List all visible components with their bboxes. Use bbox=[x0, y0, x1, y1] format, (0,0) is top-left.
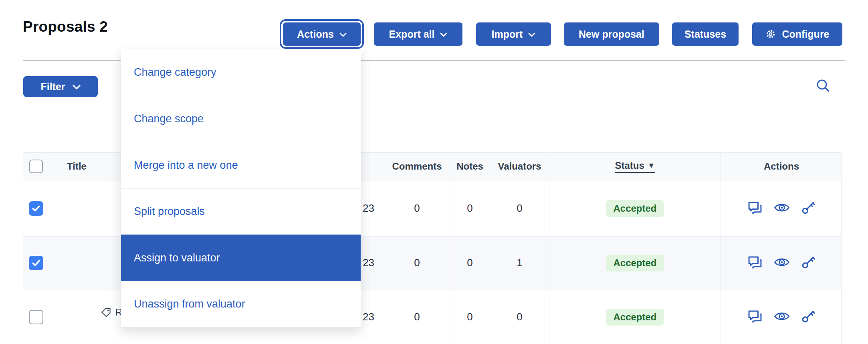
menu-item-split-proposals[interactable]: Split proposals bbox=[121, 188, 361, 235]
answer-proposal-button[interactable] bbox=[747, 255, 763, 271]
configure-button[interactable]: Configure bbox=[752, 22, 842, 46]
header-valuators[interactable]: Valuators bbox=[490, 153, 549, 180]
statuses-label: Statuses bbox=[684, 28, 726, 40]
permissions-key-button[interactable] bbox=[801, 255, 816, 271]
row-select-cell bbox=[23, 237, 49, 289]
header-status-label: Status bbox=[615, 160, 644, 171]
status-badge: Accepted bbox=[606, 255, 664, 271]
status-cell: Accepted bbox=[549, 237, 721, 289]
valuators-count: 1 bbox=[490, 237, 549, 289]
row-checkbox[interactable] bbox=[29, 201, 43, 216]
page-title: Proposals 2 bbox=[23, 18, 108, 35]
row-actions-cell bbox=[721, 180, 842, 236]
preview-proposal-button[interactable] bbox=[774, 256, 790, 269]
status-badge: Accepted bbox=[606, 200, 664, 217]
preview-proposal-button[interactable] bbox=[774, 310, 790, 324]
valuators-count: 0 bbox=[490, 180, 549, 236]
import-label: Import bbox=[492, 28, 523, 40]
permissions-key-button[interactable] bbox=[801, 200, 816, 216]
menu-item-unassign-from-valuator[interactable]: Unassign from valuator bbox=[121, 281, 361, 328]
row-select-cell bbox=[23, 289, 49, 344]
status-cell: Accepted bbox=[549, 289, 721, 344]
row-actions-cell bbox=[721, 289, 842, 344]
header-select-all-cell bbox=[23, 153, 49, 180]
status-cell: Accepted bbox=[549, 180, 721, 236]
preview-proposal-button[interactable] bbox=[774, 202, 790, 215]
chat-icon bbox=[747, 309, 763, 325]
actions-button-label: Actions bbox=[297, 28, 334, 40]
statuses-button[interactable]: Statuses bbox=[672, 22, 739, 46]
filter-label: Filter bbox=[40, 81, 65, 93]
menu-item-assign-to-valuator[interactable]: Assign to valuator bbox=[121, 235, 361, 281]
export-all-label: Export all bbox=[389, 28, 435, 40]
gear-icon bbox=[765, 28, 776, 40]
proposals-admin-page: Proposals 2 Actions Export all Import Ne… bbox=[0, 0, 868, 344]
row-select-cell bbox=[23, 180, 49, 236]
comments-count: 0 bbox=[384, 289, 450, 344]
header-notes[interactable]: Notes bbox=[450, 153, 490, 180]
actions-button[interactable]: Actions bbox=[283, 22, 361, 46]
tag-icon bbox=[101, 307, 111, 318]
new-proposal-label: New proposal bbox=[579, 28, 644, 40]
eye-icon bbox=[774, 202, 790, 215]
chevron-down-icon bbox=[440, 32, 447, 37]
filter-button[interactable]: Filter bbox=[23, 76, 98, 97]
valuators-count: 0 bbox=[490, 289, 549, 344]
menu-item-change-category[interactable]: Change category bbox=[121, 49, 361, 96]
comments-count: 0 bbox=[384, 180, 450, 236]
chevron-down-icon bbox=[73, 85, 81, 90]
row-checkbox[interactable] bbox=[29, 310, 43, 324]
menu-item-change-scope[interactable]: Change scope bbox=[121, 96, 361, 142]
select-all-checkbox[interactable] bbox=[29, 160, 43, 173]
answer-proposal-button[interactable] bbox=[747, 200, 763, 217]
permissions-key-button[interactable] bbox=[801, 309, 816, 325]
row-actions-cell bbox=[721, 237, 842, 289]
search-icon bbox=[814, 90, 832, 96]
export-all-button[interactable]: Export all bbox=[374, 22, 462, 46]
key-icon bbox=[801, 200, 816, 216]
row-checkbox[interactable] bbox=[29, 256, 43, 270]
eye-icon bbox=[774, 310, 790, 324]
sort-desc-icon: ▼ bbox=[648, 161, 655, 170]
chat-icon bbox=[747, 255, 763, 271]
status-badge: Accepted bbox=[606, 309, 664, 326]
notes-count: 0 bbox=[450, 237, 490, 289]
answer-proposal-button[interactable] bbox=[747, 309, 763, 325]
eye-icon bbox=[774, 256, 790, 269]
status-sort-control[interactable]: Status ▼ bbox=[615, 160, 655, 173]
notes-count: 0 bbox=[450, 289, 490, 344]
menu-item-merge-into-new-one[interactable]: Merge into a new one bbox=[121, 142, 361, 188]
import-button[interactable]: Import bbox=[476, 22, 551, 46]
header-status: Status ▼ bbox=[549, 153, 721, 180]
header-actions: Actions bbox=[721, 153, 842, 180]
configure-label: Configure bbox=[782, 28, 829, 40]
header-comments[interactable]: Comments bbox=[384, 153, 450, 180]
actions-dropdown-menu: Change category Change scope Merge into … bbox=[121, 49, 361, 328]
notes-count: 0 bbox=[450, 180, 490, 236]
chevron-down-icon bbox=[339, 32, 347, 37]
search-button[interactable] bbox=[813, 77, 833, 96]
key-icon bbox=[801, 255, 816, 271]
chat-icon bbox=[747, 200, 763, 217]
key-icon bbox=[801, 309, 816, 325]
comments-count: 0 bbox=[384, 237, 450, 289]
new-proposal-button[interactable]: New proposal bbox=[564, 22, 659, 46]
chevron-down-icon bbox=[528, 32, 535, 37]
